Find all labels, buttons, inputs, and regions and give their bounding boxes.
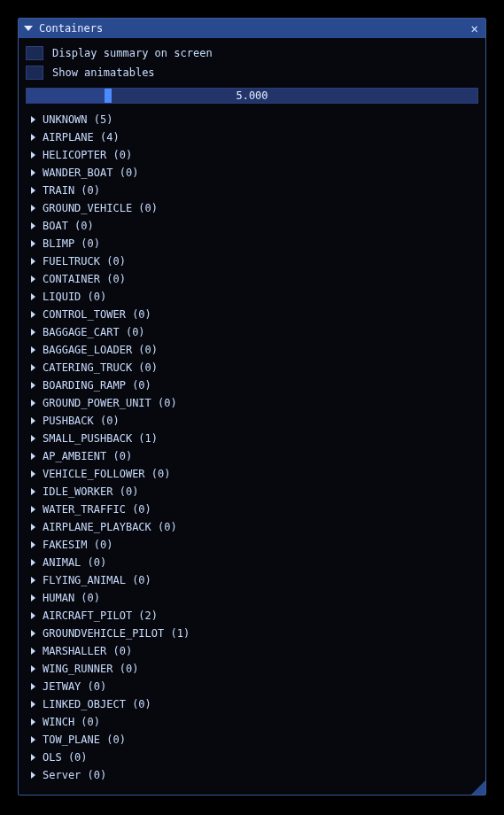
expand-icon[interactable] bbox=[31, 240, 35, 247]
expand-icon[interactable] bbox=[31, 382, 35, 389]
slider-grab[interactable] bbox=[105, 89, 112, 103]
tree-item-label: PUSHBACK (0) bbox=[43, 415, 120, 427]
expand-icon[interactable] bbox=[31, 400, 35, 407]
tree-item[interactable]: BLIMP (0) bbox=[26, 235, 478, 252]
expand-icon[interactable] bbox=[31, 594, 35, 602]
tree-item[interactable]: AP_AMBIENT (0) bbox=[26, 447, 478, 465]
tree-item[interactable]: AIRPLANE (4) bbox=[26, 128, 478, 146]
container-tree: UNKNOWN (5)AIRPLANE (4)HELICOPTER (0)WAN… bbox=[26, 111, 478, 784]
tree-item[interactable]: AIRPLANE_PLAYBACK (0) bbox=[26, 518, 478, 536]
tree-item[interactable]: BAGGAGE_LOADER (0) bbox=[26, 341, 478, 359]
tree-item[interactable]: UNKNOWN (5) bbox=[26, 111, 478, 128]
display-summary-checkbox[interactable] bbox=[26, 46, 43, 60]
value-slider[interactable]: 5.000 bbox=[26, 88, 478, 104]
close-button[interactable]: ✕ bbox=[469, 22, 480, 35]
tree-item[interactable]: SMALL_PUSHBACK (1) bbox=[26, 430, 478, 447]
show-animatables-checkbox[interactable] bbox=[26, 66, 43, 80]
tree-item[interactable]: WANDER_BOAT (0) bbox=[26, 164, 478, 182]
expand-icon[interactable] bbox=[31, 417, 35, 424]
tree-item[interactable]: BOAT (0) bbox=[26, 217, 478, 235]
tree-item[interactable]: WINCH (0) bbox=[26, 713, 478, 731]
tree-item[interactable]: HUMAN (0) bbox=[26, 589, 478, 607]
expand-icon[interactable] bbox=[31, 736, 35, 743]
tree-item[interactable]: LIQUID (0) bbox=[26, 288, 478, 306]
tree-item[interactable]: TOW_PLANE (0) bbox=[26, 731, 478, 749]
window-title: Containers bbox=[39, 22, 469, 35]
expand-icon[interactable] bbox=[31, 258, 35, 265]
tree-item[interactable]: LINKED_OBJECT (0) bbox=[26, 695, 478, 713]
tree-item[interactable]: PUSHBACK (0) bbox=[26, 412, 478, 430]
tree-item[interactable]: FLYING_ANIMAL (0) bbox=[26, 571, 478, 589]
expand-icon[interactable] bbox=[31, 222, 35, 229]
expand-icon[interactable] bbox=[31, 772, 35, 779]
expand-icon[interactable] bbox=[31, 293, 35, 300]
tree-item[interactable]: IDLE_WORKER (0) bbox=[26, 483, 478, 501]
tree-item-label: LINKED_OBJECT (0) bbox=[43, 698, 151, 710]
expand-icon[interactable] bbox=[31, 329, 35, 336]
expand-icon[interactable] bbox=[31, 541, 35, 548]
expand-icon[interactable] bbox=[31, 435, 35, 442]
expand-icon[interactable] bbox=[31, 506, 35, 513]
tree-item[interactable]: VEHICLE_FOLLOWER (0) bbox=[26, 465, 478, 483]
tree-item[interactable]: Server (0) bbox=[26, 766, 478, 784]
tree-item[interactable]: BOARDING_RAMP (0) bbox=[26, 376, 478, 394]
expand-icon[interactable] bbox=[31, 169, 35, 176]
expand-icon[interactable] bbox=[31, 524, 35, 531]
expand-icon[interactable] bbox=[31, 116, 35, 123]
tree-item[interactable]: CONTROL_TOWER (0) bbox=[26, 306, 478, 323]
tree-item[interactable]: WING_RUNNER (0) bbox=[26, 660, 478, 678]
resize-grip[interactable] bbox=[471, 780, 485, 795]
expand-icon[interactable] bbox=[31, 134, 35, 141]
tree-item-label: CONTAINER (0) bbox=[43, 273, 126, 285]
tree-item[interactable]: FAKESIM (0) bbox=[26, 536, 478, 554]
tree-item[interactable]: FUELTRUCK (0) bbox=[26, 252, 478, 270]
expand-icon[interactable] bbox=[31, 718, 35, 726]
expand-icon[interactable] bbox=[31, 559, 35, 566]
tree-item[interactable]: MARSHALLER (0) bbox=[26, 642, 478, 660]
tree-item[interactable]: GROUNDVEHICLE_PILOT (1) bbox=[26, 625, 478, 642]
tree-item[interactable]: CATERING_TRUCK (0) bbox=[26, 359, 478, 376]
tree-item[interactable]: OLS (0) bbox=[26, 749, 478, 766]
tree-item[interactable]: ANIMAL (0) bbox=[26, 554, 478, 571]
tree-item[interactable]: WATER_TRAFFIC (0) bbox=[26, 501, 478, 518]
tree-item[interactable]: BAGGAGE_CART (0) bbox=[26, 323, 478, 341]
tree-item[interactable]: HELICOPTER (0) bbox=[26, 146, 478, 164]
tree-item[interactable]: GROUND_VEHICLE (0) bbox=[26, 199, 478, 217]
expand-icon[interactable] bbox=[31, 151, 35, 159]
tree-item-label: FLYING_ANIMAL (0) bbox=[43, 574, 151, 586]
tree-item[interactable]: CONTAINER (0) bbox=[26, 270, 478, 288]
expand-icon[interactable] bbox=[31, 346, 35, 353]
expand-icon[interactable] bbox=[31, 577, 35, 584]
tree-item-label: HELICOPTER (0) bbox=[43, 149, 132, 161]
tree-item-label: GROUND_VEHICLE (0) bbox=[43, 202, 158, 214]
expand-icon[interactable] bbox=[31, 187, 35, 194]
expand-icon[interactable] bbox=[31, 488, 35, 495]
expand-icon[interactable] bbox=[31, 701, 35, 708]
expand-icon[interactable] bbox=[31, 276, 35, 283]
tree-item-label: GROUNDVEHICLE_PILOT (1) bbox=[43, 627, 190, 640]
tree-item-label: VEHICLE_FOLLOWER (0) bbox=[43, 468, 171, 480]
expand-icon[interactable] bbox=[31, 630, 35, 637]
tree-item-label: SMALL_PUSHBACK (1) bbox=[43, 432, 158, 445]
tree-item[interactable]: JETWAY (0) bbox=[26, 678, 478, 695]
tree-item-label: TRAIN (0) bbox=[43, 184, 100, 197]
expand-icon[interactable] bbox=[31, 453, 35, 460]
tree-item-label: WATER_TRAFFIC (0) bbox=[43, 503, 151, 516]
expand-icon[interactable] bbox=[31, 311, 35, 318]
tree-item-label: BOAT (0) bbox=[43, 220, 94, 232]
svg-marker-0 bbox=[471, 780, 485, 795]
expand-icon[interactable] bbox=[31, 648, 35, 655]
tree-item[interactable]: TRAIN (0) bbox=[26, 182, 478, 199]
tree-item[interactable]: AIRCRAFT_PILOT (2) bbox=[26, 607, 478, 625]
collapse-icon[interactable] bbox=[24, 26, 33, 31]
expand-icon[interactable] bbox=[31, 665, 35, 672]
expand-icon[interactable] bbox=[31, 683, 35, 690]
titlebar[interactable]: Containers ✕ bbox=[19, 19, 485, 38]
tree-item[interactable]: GROUND_POWER_UNIT (0) bbox=[26, 394, 478, 412]
expand-icon[interactable] bbox=[31, 205, 35, 212]
expand-icon[interactable] bbox=[31, 470, 35, 477]
expand-icon[interactable] bbox=[31, 754, 35, 761]
expand-icon[interactable] bbox=[31, 364, 35, 371]
show-animatables-label: Show animatables bbox=[52, 66, 155, 79]
expand-icon[interactable] bbox=[31, 612, 35, 619]
